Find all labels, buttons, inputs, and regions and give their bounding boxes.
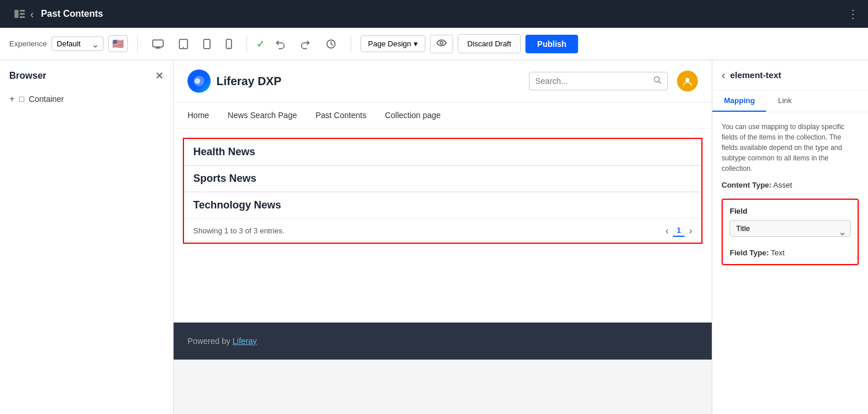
publish-button[interactable]: Publish [525,35,578,53]
experience-select[interactable]: Default [52,36,104,51]
news-item-1: Health News [184,139,701,166]
discard-draft-button[interactable]: Discard Draft [458,34,521,53]
prev-page-button[interactable]: ‹ [665,226,668,236]
more-menu-button[interactable]: ⋮ [847,7,859,21]
footer-liferay-link[interactable]: Liferay [233,336,257,346]
nav-home[interactable]: Home [187,102,209,128]
panel-description: You can use mapping to display specific … [722,122,859,174]
panel-title: element-text [730,70,781,80]
svg-rect-0 [14,10,19,18]
pagination-controls: ‹ 1 › [665,225,692,237]
tab-mapping[interactable]: Mapping [712,90,766,112]
divider-1 [137,35,138,53]
history-button[interactable] [321,35,341,53]
news-item-2: Sports News [184,166,701,192]
site-logo: Liferay DXP [187,69,281,93]
panel-tabs: Mapping Link [712,90,868,112]
desktop-view-button[interactable] [147,35,169,53]
svg-line-17 [659,82,661,84]
sidebar-toggle-button[interactable] [9,6,30,22]
svg-point-8 [183,47,184,48]
sidebar-header: Browser ✕ [9,69,164,82]
svg-point-15 [194,78,200,84]
search-icon [653,76,661,86]
next-page-button[interactable]: › [689,226,692,236]
tablet-small-view-button[interactable] [198,35,216,53]
search-input[interactable] [535,76,649,86]
page-design-arrow-icon: ▾ [414,39,418,48]
add-container-button[interactable]: + [9,94,14,104]
back-button[interactable]: ‹ [30,8,34,21]
redo-button[interactable] [295,35,316,53]
nav-collection-page[interactable]: Collection page [385,102,441,128]
divider-3 [351,35,351,53]
mobile-view-button[interactable] [220,35,237,53]
container-item: + □ Container [9,91,164,107]
experience-label: Experience [9,39,47,48]
panel-body: You can use mapping to display specific … [712,112,868,274]
nav-past-contents[interactable]: Past Contents [315,102,366,128]
sidebar-title: Browser [9,71,46,81]
page-title: Past Contents [41,9,104,19]
pagination-text: Showing 1 to 3 of 3 entries. [193,226,285,235]
divider-2 [247,35,247,53]
field-section: Field Title Field Type: Text [722,199,859,265]
svg-point-11 [229,47,230,48]
current-page: 1 [673,225,684,237]
field-type-value: Text [771,248,785,257]
site-search-container [529,72,668,90]
page-design-button[interactable]: Page Design ▾ [361,35,425,52]
svg-rect-2 [20,13,25,15]
site-nav-links: Home News Search Page Past Contents Coll… [174,102,712,129]
svg-rect-1 [20,10,25,12]
page-design-label: Page Design [368,39,411,48]
site-footer: Powered by Liferay [174,323,712,360]
field-type-row: Field Type: Text [730,248,851,257]
panel-header: ‹ element-text [712,60,868,90]
svg-point-18 [686,78,690,82]
logo-icon [187,69,211,93]
content-type-label: Content Type: [722,181,771,189]
svg-rect-9 [204,39,210,49]
top-bar: ‹ Past Contents ⋮ [0,0,868,28]
footer-text: Powered by [187,336,230,346]
content-area: Liferay DXP Home News Search Page Past C… [174,60,712,414]
container-icon: □ [19,94,24,104]
preview-button[interactable] [430,35,453,53]
news-item-3: Technology News [184,192,701,218]
field-select[interactable]: Title [730,220,851,237]
page-canvas: Liferay DXP Home News Search Page Past C… [174,60,712,360]
panel-back-button[interactable]: ‹ [722,68,726,82]
site-name: Liferay DXP [216,75,281,88]
site-nav: Liferay DXP [174,60,712,102]
sidebar-close-button[interactable]: ✕ [155,69,164,82]
toolbar: Experience Default 🇺🇸 ✓ Page Design ▾ Di… [0,28,868,60]
empty-space [174,253,712,323]
field-label: Field [730,207,851,215]
container-label: Container [29,94,64,104]
svg-point-13 [440,41,443,44]
svg-rect-4 [153,40,163,47]
check-icon: ✓ [256,38,265,50]
nav-news-search[interactable]: News Search Page [227,102,297,128]
tab-link[interactable]: Link [766,90,803,112]
undo-button[interactable] [270,35,290,53]
language-flag-button[interactable]: 🇺🇸 [108,35,128,52]
main-layout: Browser ✕ + □ Container Liferay DX [0,60,868,414]
content-type-value: Asset [773,181,792,189]
user-avatar [677,71,698,91]
left-sidebar: Browser ✕ + □ Container [0,60,174,414]
content-box: Health News Sports News Technology News … [183,138,703,244]
content-type-row: Content Type: Asset [722,181,859,189]
field-type-label: Field Type: [730,248,769,257]
tablet-view-button[interactable] [174,35,193,53]
pagination-bar: Showing 1 to 3 of 3 entries. ‹ 1 › [184,218,701,243]
right-panel: ‹ element-text Mapping Link You can use … [712,60,868,414]
svg-rect-3 [20,16,25,18]
